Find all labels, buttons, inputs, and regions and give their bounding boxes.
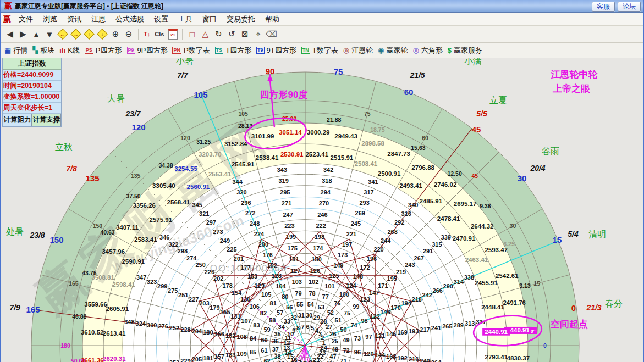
svg-text:253: 253	[169, 359, 179, 362]
zoom-out-icon[interactable]: ⊖	[122, 27, 135, 41]
svg-text:229: 229	[180, 358, 190, 362]
pan-right-icon[interactable]: ▶	[16, 27, 30, 41]
time-scale-icon[interactable]: T↓	[141, 27, 152, 41]
tab-winner-service[interactable]: $赢家服务	[448, 46, 482, 55]
cls-button[interactable]: Cls	[152, 27, 166, 41]
titlebar-button-forum[interactable]: 论坛	[618, 2, 641, 12]
eraser-icon[interactable]: ⌫	[265, 27, 278, 41]
svg-text:109: 109	[236, 350, 246, 357]
panel-row-1: 时间=20190104	[3, 81, 61, 92]
tab-p-table[interactable]: PNP数字表	[172, 46, 210, 55]
svg-text:321: 321	[199, 210, 209, 217]
shift-down-icon-shape: ↓	[97, 29, 108, 40]
separator-2	[182, 29, 183, 40]
shift-left-icon[interactable]: ←	[56, 27, 69, 41]
svg-text:341: 341	[368, 179, 378, 185]
pan-left-icon[interactable]: ◀	[3, 27, 16, 41]
shift-right-icon-shape: →	[70, 29, 81, 40]
annotation-origin-label: 空间起点	[551, 319, 588, 330]
svg-text:26: 26	[329, 331, 336, 337]
panel-button-support[interactable]: 计算支撑	[32, 114, 61, 126]
svg-text:205: 205	[192, 356, 202, 362]
shift-up-icon[interactable]: ↑	[82, 27, 96, 41]
scale-down-icon[interactable]: ▼	[43, 27, 56, 41]
svg-text:120: 120	[131, 122, 145, 132]
svg-text:31.25: 31.25	[196, 138, 211, 145]
menu-item-0[interactable]: 文件	[14, 13, 38, 25]
tab-t-square[interactable]: TST四方形	[215, 46, 251, 55]
svg-text:345: 345	[192, 202, 202, 208]
rotate-cw-icon[interactable]: ↻	[212, 27, 225, 41]
triangle-tool-icon[interactable]: △	[199, 27, 212, 41]
tab-gann-wheel[interactable]: ◎江恩轮	[343, 46, 373, 55]
svg-text:2949.43: 2949.43	[334, 133, 357, 140]
menu-item-6[interactable]: 工具	[173, 13, 197, 25]
menu-item-8[interactable]: 交易委托	[222, 13, 260, 25]
svg-text:105: 105	[238, 110, 248, 117]
tab-gann-wheel-icon: ◎	[343, 47, 349, 54]
menu-item-3[interactable]: 江恩	[86, 13, 111, 25]
svg-text:130: 130	[240, 296, 250, 303]
svg-text:57: 57	[277, 309, 283, 316]
tab-sectors[interactable]: ▚板块	[32, 46, 54, 55]
menu-item-1[interactable]: 浏览	[38, 13, 62, 25]
svg-text:46.88: 46.88	[72, 313, 86, 320]
tab-hexagon-icon: ◎	[412, 47, 419, 54]
menu-item-2[interactable]: 资讯	[62, 13, 86, 25]
svg-text:324: 324	[136, 320, 146, 327]
tab-hexagon[interactable]: ◎六角形	[412, 46, 442, 55]
tab-winner-wheel[interactable]: ◉赢家轮	[378, 46, 408, 55]
svg-text:315: 315	[432, 241, 442, 248]
tab-9t-square-label: 9T四方形	[267, 46, 296, 55]
svg-text:181: 181	[203, 355, 213, 361]
center-target-icon[interactable]: ⌖	[251, 27, 265, 41]
svg-text:75: 75	[344, 310, 350, 316]
tab-p-square[interactable]: PSP四方形	[85, 46, 122, 55]
annotation-square90-label: 四方形90度	[260, 89, 308, 100]
svg-text:29: 29	[313, 314, 320, 321]
tab-quotes[interactable]: ▦行情	[4, 46, 27, 55]
rotate-ccw-icon[interactable]: ↺	[225, 27, 238, 41]
svg-text:73: 73	[354, 335, 361, 342]
svg-text:224: 224	[254, 231, 265, 237]
shift-right-icon[interactable]: →	[69, 27, 82, 41]
svg-text:45: 45	[472, 125, 481, 134]
zoom-in-icon[interactable]: ⊕	[109, 27, 122, 41]
scale-up-icon[interactable]: ▲	[30, 27, 43, 41]
panel-row-2: 变换系数=1.00000	[3, 92, 61, 103]
svg-text:200: 200	[258, 241, 268, 248]
square-tool-icon[interactable]: □	[185, 27, 199, 41]
shift-down-icon[interactable]: ↓	[96, 27, 109, 41]
svg-text:34.38: 34.38	[158, 162, 173, 169]
svg-text:2605.91: 2605.91	[106, 305, 129, 312]
svg-text:180: 180	[203, 329, 213, 336]
svg-text:272: 272	[245, 210, 255, 216]
svg-text:154: 154	[232, 289, 242, 296]
svg-text:QQ:100800360: QQ:100800360	[210, 263, 287, 274]
tab-9p-square[interactable]: P99P四方形	[127, 46, 168, 55]
svg-text:37: 37	[272, 346, 279, 353]
menu-item-7[interactable]: 窗口	[197, 13, 222, 25]
panel-button-resistance[interactable]: 计算阻力	[3, 114, 32, 126]
svg-text:340: 340	[408, 202, 418, 208]
region-select-icon[interactable]: ⊠	[238, 27, 251, 41]
svg-text:250: 250	[195, 261, 205, 268]
calendar-icon[interactable]: 21	[166, 27, 179, 41]
tab-kline[interactable]: ılıK线	[59, 46, 80, 55]
svg-text:120: 120	[180, 135, 190, 141]
svg-text:135: 135	[131, 172, 141, 179]
svg-text:300: 300	[147, 322, 157, 328]
svg-text:247: 247	[283, 211, 293, 218]
titlebar-button-support[interactable]: 客服	[592, 2, 615, 12]
tab-t-table[interactable]: TNT数字表	[301, 46, 338, 55]
svg-text:21/3: 21/3	[586, 303, 601, 312]
svg-text:0: 0	[571, 303, 576, 313]
svg-text:2538.41: 2538.41	[256, 154, 279, 161]
svg-text:2593.47: 2593.47	[485, 247, 508, 253]
menu-item-4[interactable]: 公式选股	[111, 13, 149, 25]
svg-text:5/5: 5/5	[476, 109, 487, 118]
tab-9t-square[interactable]: T99T四方形	[256, 46, 296, 55]
svg-text:60: 60	[422, 135, 428, 141]
menu-item-9[interactable]: 帮助	[260, 13, 284, 25]
menu-item-5[interactable]: 设置	[149, 13, 173, 25]
